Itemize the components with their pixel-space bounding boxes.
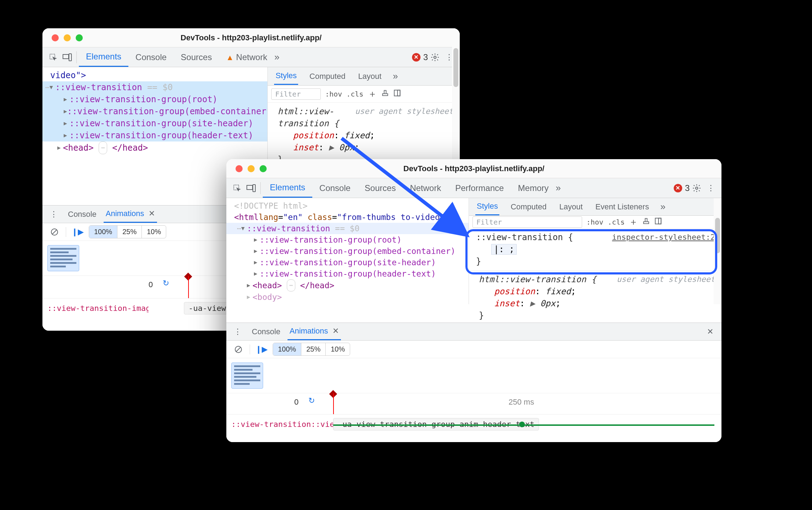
- device-toolbar-icon[interactable]: [60, 50, 74, 64]
- close-drawer-icon[interactable]: ✕: [703, 325, 717, 339]
- expand-toggle-icon[interactable]: ▶: [254, 268, 260, 279]
- computed-panel-icon[interactable]: [393, 89, 401, 99]
- dom-node[interactable]: <!DOCTYPE html>: [234, 200, 308, 211]
- error-count-badge[interactable]: ✕ 3: [412, 52, 428, 62]
- dom-node[interactable]: ::view-transition-group(embed-container): [260, 245, 456, 257]
- cls-toggle[interactable]: .cls: [346, 90, 363, 98]
- expand-toggle-icon[interactable]: ▶: [247, 280, 253, 291]
- device-toolbar-icon[interactable]: [244, 181, 258, 195]
- subtab-layout[interactable]: Layout: [357, 68, 383, 85]
- settings-icon[interactable]: [428, 50, 442, 64]
- subtab-styles[interactable]: Styles: [274, 68, 298, 85]
- dom-node[interactable]: ::view-transition-group(root): [69, 93, 218, 105]
- replay-icon[interactable]: ↻: [163, 279, 169, 288]
- dom-node[interactable]: ::view-transition-group(header-text): [69, 129, 253, 141]
- error-count-badge[interactable]: ✕ 3: [674, 183, 690, 193]
- dom-node[interactable]: video">: [50, 69, 86, 81]
- expand-toggle-icon[interactable]: ▶: [254, 257, 260, 268]
- animation-group-thumb[interactable]: [231, 363, 263, 389]
- close-window-button[interactable]: [52, 34, 59, 41]
- close-window-button[interactable]: [236, 165, 243, 172]
- drawer-tab-console[interactable]: Console: [252, 327, 280, 336]
- expand-toggle-icon[interactable]: ▶: [57, 142, 63, 154]
- ellipsis-icon[interactable]: ⋯: [287, 279, 295, 291]
- dom-node[interactable]: <head>: [253, 280, 282, 291]
- drawer-tab-console[interactable]: Console: [68, 210, 97, 219]
- subtab-layout[interactable]: Layout: [558, 199, 584, 215]
- expand-toggle-icon[interactable]: ▶: [64, 117, 69, 129]
- tab-memory[interactable]: Memory: [511, 179, 556, 197]
- close-tab-icon[interactable]: ✕: [332, 326, 339, 335]
- animation-keyframe-knob[interactable]: [519, 422, 525, 427]
- minimize-window-button[interactable]: [248, 165, 255, 172]
- clear-icon[interactable]: [231, 342, 245, 357]
- more-subtabs-icon[interactable]: »: [660, 201, 663, 212]
- subtab-event-listeners[interactable]: Event Listeners: [594, 199, 651, 215]
- speed-100-button[interactable]: 100%: [273, 343, 301, 355]
- maximize-window-button[interactable]: [76, 34, 83, 41]
- dom-node[interactable]: <body>: [253, 291, 282, 303]
- scrollbar-thumb[interactable]: [453, 48, 458, 87]
- expand-toggle-icon[interactable]: ▶: [254, 245, 260, 257]
- more-tabs-icon[interactable]: »: [274, 52, 277, 63]
- kebab-menu-icon[interactable]: ⋮: [704, 181, 718, 195]
- clear-icon[interactable]: [47, 225, 62, 239]
- drawer-tab-animations[interactable]: Animations ✕: [288, 323, 341, 340]
- new-rule-icon[interactable]: ＋: [368, 88, 377, 100]
- dom-node-selected[interactable]: ::view-transition: [247, 223, 330, 234]
- brush-icon[interactable]: [381, 89, 389, 99]
- hov-toggle[interactable]: :hov: [325, 90, 342, 98]
- more-subtabs-icon[interactable]: »: [393, 71, 396, 82]
- drawer-kebab-icon[interactable]: ⋮: [231, 325, 245, 339]
- tab-sources[interactable]: Sources: [174, 48, 219, 66]
- speed-25-button[interactable]: 25%: [117, 226, 142, 238]
- new-rule-icon[interactable]: ＋: [629, 216, 638, 228]
- drawer-tab-animations[interactable]: Animations ✕: [104, 205, 157, 223]
- dom-tree[interactable]: video"> ⋯ ▼ ::view-transition == $0 ▶::v…: [42, 67, 267, 156]
- animation-row[interactable]: ::view-transition::vie -ua-view-transiti…: [226, 414, 721, 434]
- rule-source[interactable]: user agent stylesheet: [617, 273, 715, 285]
- play-pause-icon[interactable]: ❙▶: [254, 342, 268, 357]
- expand-toggle-icon[interactable]: ▶: [254, 234, 260, 245]
- dom-node[interactable]: ::view-transition-group(embed-container): [67, 105, 268, 117]
- rule-source[interactable]: user agent stylesheet: [355, 105, 453, 117]
- play-pause-icon[interactable]: ❙▶: [70, 225, 85, 239]
- settings-icon[interactable]: [690, 181, 704, 195]
- animation-group-thumb[interactable]: [47, 245, 79, 271]
- style-rule[interactable]: user agent stylesheet html::view-transit…: [469, 270, 721, 324]
- cls-toggle[interactable]: .cls: [608, 218, 625, 226]
- speed-10-button[interactable]: 10%: [326, 343, 350, 355]
- replay-icon[interactable]: ↻: [308, 396, 315, 405]
- timeline-playhead[interactable]: [333, 393, 334, 414]
- dom-node[interactable]: <head>: [63, 142, 94, 154]
- dom-node[interactable]: ::view-transition-group(header-text): [260, 268, 436, 279]
- minimize-window-button[interactable]: [64, 34, 71, 41]
- timeline[interactable]: 0 ↻ 250 ms: [226, 393, 721, 414]
- expand-toggle-icon[interactable]: ▶: [64, 105, 67, 117]
- drawer-kebab-icon[interactable]: ⋮: [47, 207, 61, 221]
- subtab-computed[interactable]: Computed: [509, 199, 548, 215]
- maximize-window-button[interactable]: [260, 165, 267, 172]
- subtab-computed[interactable]: Computed: [308, 68, 347, 85]
- expand-toggle-icon[interactable]: ▶: [64, 129, 69, 141]
- brush-icon[interactable]: [642, 217, 650, 227]
- speed-10-button[interactable]: 10%: [142, 226, 166, 238]
- filter-input[interactable]: Filter: [472, 216, 582, 228]
- expand-toggle-icon[interactable]: ▶: [64, 93, 69, 105]
- tab-network[interactable]: ▲ Network: [219, 48, 274, 66]
- close-tab-icon[interactable]: ✕: [149, 209, 155, 218]
- tab-console[interactable]: Console: [128, 48, 174, 66]
- speed-25-button[interactable]: 25%: [301, 343, 326, 355]
- dom-node-selected[interactable]: ::view-transition: [55, 81, 142, 93]
- more-tabs-icon[interactable]: »: [556, 182, 558, 193]
- computed-panel-icon[interactable]: [654, 217, 662, 227]
- dom-node[interactable]: ::view-transition-group(site-header): [260, 257, 436, 268]
- subtab-styles[interactable]: Styles: [475, 198, 499, 215]
- expand-toggle-icon[interactable]: ▼: [241, 223, 247, 234]
- hov-toggle[interactable]: :hov: [586, 218, 603, 226]
- dom-node[interactable]: ::view-transition-group(site-header): [69, 117, 253, 129]
- expand-toggle-icon[interactable]: ▼: [50, 81, 55, 93]
- ellipsis-icon[interactable]: ⋯: [99, 141, 107, 154]
- timeline-playhead[interactable]: [188, 276, 189, 298]
- inspect-icon[interactable]: [230, 181, 244, 195]
